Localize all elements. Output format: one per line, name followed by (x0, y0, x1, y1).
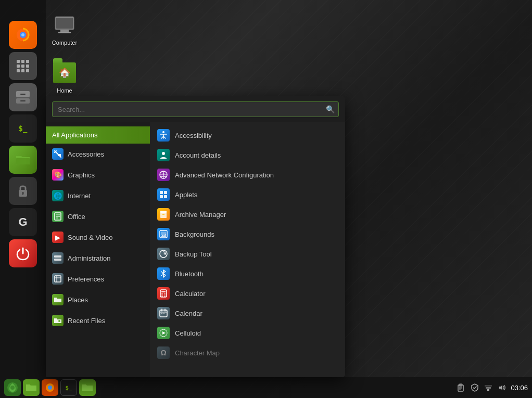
desktop-icon-home[interactable]: Home (44, 58, 85, 96)
clipboard-icon[interactable] (457, 383, 466, 392)
category-preferences[interactable]: Preferences (46, 268, 150, 289)
volume-icon[interactable] (497, 383, 506, 392)
app-backgrounds-label: Backgrounds (175, 230, 214, 238)
app-character-map[interactable]: Ω Character Map (150, 343, 345, 363)
mint-button[interactable] (4, 379, 21, 396)
category-accessories[interactable]: Accessories (46, 144, 150, 164)
category-graphics-label: Graphics (68, 171, 95, 179)
app-bluetooth-label: Bluetooth (175, 270, 204, 278)
panel-icon-files[interactable] (9, 146, 37, 174)
category-recent-label: Recent Files (68, 317, 105, 325)
applets-icon (157, 188, 170, 201)
category-all-label: All Applications (52, 131, 97, 139)
svg-rect-8 (21, 60, 24, 63)
panel-icon-terminal[interactable]: $_ (9, 114, 37, 143)
calculator-icon (157, 287, 170, 300)
desktop-icon-computer[interactable]: Computer (44, 10, 85, 48)
backup-tool-icon (157, 248, 170, 260)
svg-rect-74 (486, 387, 491, 389)
svg-rect-53 (164, 293, 166, 294)
character-map-icon: Ω (157, 346, 170, 359)
panel-icon-lock[interactable] (9, 177, 37, 205)
category-all[interactable]: All Applications (46, 126, 150, 144)
svg-rect-41 (164, 191, 167, 194)
category-graphics[interactable]: 🎨 Graphics (46, 164, 150, 185)
svg-rect-40 (160, 191, 163, 194)
category-office-label: Office (68, 213, 85, 221)
preferences-icon (52, 273, 64, 285)
backgrounds-icon (157, 228, 170, 240)
app-celluloid-label: Celluloid (175, 329, 201, 337)
app-celluloid[interactable]: Celluloid (150, 323, 345, 343)
app-backgrounds[interactable]: Backgrounds (150, 224, 345, 244)
app-calendar[interactable]: Calendar (150, 303, 345, 323)
category-office[interactable]: Office (46, 206, 150, 227)
category-places-label: Places (68, 296, 88, 304)
taskbar-terminal[interactable]: $_ (60, 379, 77, 396)
panel-icon-firefox[interactable] (9, 21, 37, 49)
system-time: 03:06 (511, 384, 528, 392)
svg-rect-55 (164, 296, 166, 297)
panel-icon-shutdown[interactable] (9, 239, 37, 267)
panel-icon-drawer[interactable] (9, 83, 37, 111)
taskbar-folder[interactable] (79, 379, 96, 396)
app-accessibility[interactable]: Accessibility (150, 125, 345, 145)
category-sound-video-label: Sound & Video (68, 234, 113, 241)
office-icon (52, 211, 64, 222)
app-backup-tool-label: Backup Tool (175, 250, 212, 258)
taskbar-firefox[interactable] (42, 379, 58, 396)
svg-rect-73 (487, 389, 489, 391)
app-archive-manager-label: Archive Manager (175, 211, 226, 219)
category-internet[interactable]: 🌐 Internet (46, 185, 150, 206)
bluetooth-icon (157, 267, 170, 280)
app-applets[interactable]: Applets (150, 185, 345, 204)
categories-panel: All Applications Accessories 🎨 (46, 122, 150, 377)
category-sound-video[interactable]: ▶ Sound & Video (46, 227, 150, 248)
svg-rect-31 (55, 276, 61, 282)
svg-rect-43 (164, 195, 167, 198)
svg-point-66 (48, 386, 52, 390)
bottom-bar-right: 03:06 (457, 383, 528, 392)
app-calculator[interactable]: Calculator (150, 284, 345, 303)
home-icon-label: Home (57, 87, 72, 94)
network-icon[interactable] (484, 383, 493, 392)
home-icon (52, 60, 77, 85)
calendar-icon (157, 307, 170, 319)
app-menu: 🔍 All Applications Accessories (46, 96, 345, 377)
taskbar-files[interactable] (23, 379, 40, 396)
advanced-network-icon (157, 169, 170, 181)
app-archive-manager[interactable]: Archive Manager (150, 204, 345, 224)
recent-files-icon (52, 315, 64, 326)
app-account-details[interactable]: Account details (150, 145, 345, 165)
svg-rect-11 (21, 65, 24, 68)
category-recent[interactable]: Recent Files (46, 310, 150, 331)
panel-icon-grub[interactable]: G (9, 208, 37, 236)
svg-rect-9 (26, 60, 29, 63)
category-internet-label: Internet (68, 192, 91, 200)
panel-icon-numpad[interactable] (9, 52, 37, 80)
app-menu-body: All Applications Accessories 🎨 (46, 122, 345, 377)
desktop: Computer Home (0, 0, 532, 398)
computer-icon-label: Computer (52, 40, 77, 46)
administration-icon (52, 252, 64, 264)
svg-rect-69 (460, 384, 462, 386)
search-input[interactable] (52, 101, 339, 117)
svg-rect-60 (161, 313, 162, 314)
category-places[interactable]: Places (46, 289, 150, 310)
app-advanced-network-label: Advanced Network Configuration (175, 171, 274, 179)
app-bluetooth[interactable]: Bluetooth (150, 264, 345, 284)
app-advanced-network[interactable]: Advanced Network Configuration (150, 165, 345, 185)
category-administration[interactable]: Administration (46, 248, 150, 268)
category-accessories-label: Accessories (68, 150, 104, 158)
accessories-icon (52, 148, 64, 160)
shield-icon[interactable] (470, 383, 479, 392)
celluloid-icon (157, 327, 170, 339)
svg-rect-19 (20, 100, 26, 101)
svg-point-64 (10, 386, 15, 390)
app-backup-tool[interactable]: Backup Tool (150, 244, 345, 264)
svg-point-6 (21, 33, 24, 36)
svg-rect-24 (58, 154, 61, 156)
svg-point-35 (162, 131, 164, 133)
app-account-details-label: Account details (175, 151, 221, 159)
search-button[interactable]: 🔍 (326, 105, 335, 113)
